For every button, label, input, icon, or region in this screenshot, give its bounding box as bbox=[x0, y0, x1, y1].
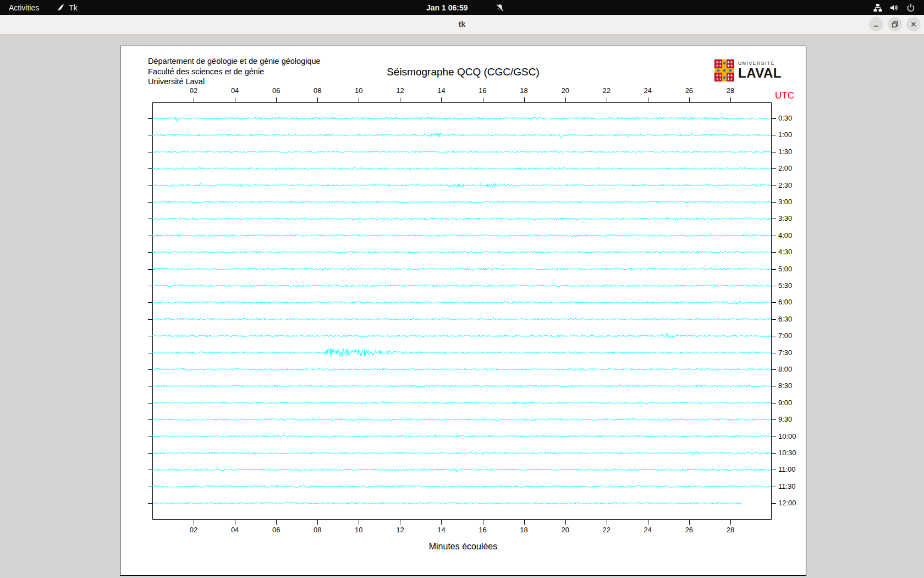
row-tick-left bbox=[148, 236, 152, 236]
row-tick-right bbox=[772, 302, 776, 303]
row-tick-left bbox=[148, 336, 152, 336]
trace-row-1:30 bbox=[152, 150, 771, 153]
x-tick-bottom bbox=[648, 520, 648, 525]
row-tick-right bbox=[772, 118, 776, 119]
utc-time-label: 1:00 bbox=[778, 130, 792, 139]
trace-row-4:00 bbox=[152, 235, 771, 237]
utc-time-label: 1:30 bbox=[778, 148, 792, 156]
trace-row-5:00 bbox=[152, 268, 771, 271]
x-tick-top bbox=[524, 97, 525, 102]
system-status-menu[interactable] bbox=[868, 0, 921, 15]
x-tick-label-top: 14 bbox=[430, 86, 452, 95]
trace-row-9:30 bbox=[152, 418, 771, 421]
x-tick-label-bottom: 16 bbox=[472, 526, 494, 534]
x-tick-label-top: 10 bbox=[348, 86, 370, 95]
utc-time-label: 3:00 bbox=[778, 198, 792, 206]
row-tick-right bbox=[772, 219, 776, 219]
maximize-button[interactable] bbox=[888, 17, 902, 31]
logo-universite-label: UNIVERSITÉ bbox=[738, 61, 782, 66]
row-tick-right bbox=[772, 186, 776, 186]
row-tick-left bbox=[148, 186, 152, 186]
x-tick-top bbox=[689, 97, 690, 102]
row-tick-right bbox=[772, 202, 776, 203]
trace-row-1:00 bbox=[152, 133, 771, 139]
utc-time-label: 3:30 bbox=[778, 214, 792, 223]
utc-time-label: 0:30 bbox=[778, 114, 792, 123]
clock-menu[interactable]: Jan 1 06:59 bbox=[426, 0, 504, 15]
utc-time-label: 7:30 bbox=[778, 348, 792, 357]
row-tick-left bbox=[148, 286, 152, 286]
x-tick-bottom bbox=[565, 520, 566, 525]
logo-laval-label: LAVAL bbox=[738, 67, 782, 80]
x-tick-bottom bbox=[730, 520, 731, 525]
x-tick-label-bottom: 28 bbox=[719, 526, 741, 534]
maximize-icon bbox=[891, 20, 899, 28]
row-tick-left bbox=[148, 152, 152, 152]
x-tick-label-bottom: 02 bbox=[183, 526, 205, 534]
trace-row-3:30 bbox=[152, 217, 771, 220]
utc-time-label: 10:30 bbox=[778, 449, 796, 457]
row-tick-right bbox=[772, 336, 776, 336]
x-tick-label-top: 08 bbox=[306, 86, 328, 95]
close-button[interactable] bbox=[906, 17, 921, 31]
trace-row-7:00 bbox=[152, 333, 771, 339]
activities-button[interactable]: Activities bbox=[0, 0, 48, 15]
row-tick-right bbox=[772, 269, 776, 270]
row-tick-left bbox=[148, 118, 152, 119]
row-tick-left bbox=[148, 168, 152, 169]
trace-row-7:30 bbox=[152, 348, 771, 357]
row-tick-right bbox=[772, 319, 776, 320]
row-tick-left bbox=[148, 369, 152, 370]
row-tick-right bbox=[772, 135, 776, 135]
x-tick-label-bottom: 26 bbox=[678, 526, 700, 534]
row-tick-right bbox=[772, 369, 776, 370]
x-tick-label-bottom: 04 bbox=[224, 526, 246, 534]
focused-app-label: Tk bbox=[69, 3, 78, 12]
row-tick-left bbox=[148, 437, 152, 437]
x-tick-label-top: 16 bbox=[472, 86, 494, 95]
seismogram-traces bbox=[152, 102, 772, 520]
minimize-icon bbox=[873, 21, 879, 28]
utc-time-label: 4:30 bbox=[778, 248, 792, 257]
trace-row-11:30 bbox=[152, 486, 771, 488]
trace-row-0:30 bbox=[152, 117, 771, 122]
volume-icon bbox=[890, 3, 899, 12]
trace-row-5:30 bbox=[152, 285, 771, 287]
row-tick-right bbox=[772, 503, 776, 504]
trace-row-2:30 bbox=[152, 183, 771, 188]
trace-row-10:30 bbox=[152, 451, 771, 455]
row-tick-left bbox=[148, 135, 152, 135]
row-tick-right bbox=[772, 470, 776, 470]
x-tick-label-top: 06 bbox=[265, 86, 287, 95]
utc-time-label: 6:30 bbox=[778, 315, 792, 324]
seismograph-canvas: Département de géologie et de génie géol… bbox=[120, 46, 806, 576]
utc-time-label: 2:00 bbox=[778, 164, 792, 173]
row-tick-left bbox=[148, 269, 152, 270]
utc-time-label: 8:00 bbox=[778, 365, 792, 374]
focused-app-menu[interactable]: Tk bbox=[48, 0, 86, 15]
utc-time-label: 6:00 bbox=[778, 298, 792, 307]
utc-label: UTC bbox=[775, 90, 794, 101]
x-tick-top bbox=[565, 97, 566, 102]
x-tick-bottom bbox=[276, 520, 277, 525]
minimize-button[interactable] bbox=[869, 17, 883, 31]
row-tick-right bbox=[772, 403, 776, 403]
x-tick-bottom bbox=[359, 520, 359, 525]
window-title-bar: tk bbox=[0, 15, 924, 35]
x-tick-label-top: 24 bbox=[637, 86, 659, 95]
row-tick-right bbox=[772, 386, 776, 386]
trace-row-3:00 bbox=[152, 201, 771, 204]
x-tick-bottom bbox=[441, 520, 442, 525]
x-axis-title: Minutes écoulées bbox=[120, 542, 806, 552]
row-tick-right bbox=[772, 353, 776, 353]
x-tick-bottom bbox=[607, 520, 607, 525]
row-tick-right bbox=[772, 487, 776, 487]
utc-time-label: 8:30 bbox=[778, 381, 792, 390]
x-tick-top bbox=[607, 97, 607, 102]
gnome-top-bar: Activities Tk Jan 1 06:59 bbox=[0, 0, 924, 15]
universite-laval-logo: UNIVERSITÉ LAVAL bbox=[714, 59, 782, 81]
x-tick-label-top: 02 bbox=[183, 86, 205, 95]
x-tick-label-bottom: 24 bbox=[637, 526, 659, 534]
plot-title: Séismographe QCQ (CGC/GSC) bbox=[120, 66, 806, 78]
x-tick-label-bottom: 14 bbox=[430, 526, 452, 534]
